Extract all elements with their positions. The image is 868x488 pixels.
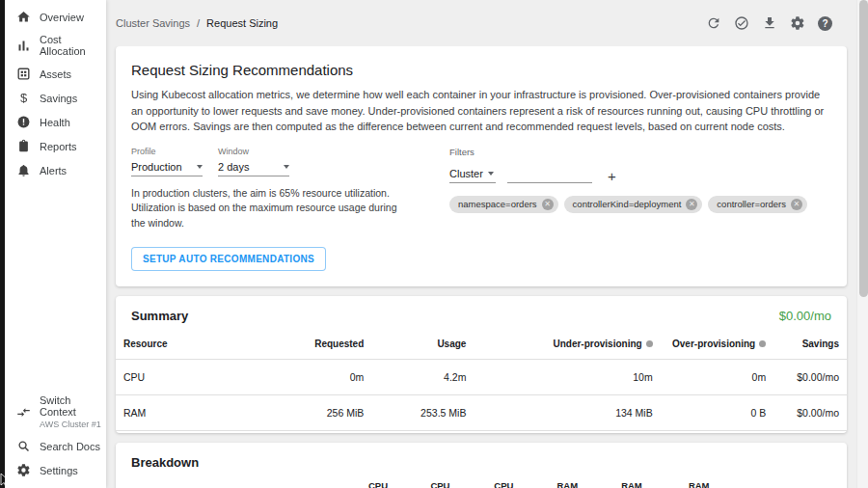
sidebar-item-label: Search Docs bbox=[40, 441, 100, 452]
sidebar-item-cost-allocation[interactable]: Cost Allocation bbox=[5, 29, 106, 62]
chevron-down-icon bbox=[197, 165, 203, 169]
clipboard-icon bbox=[16, 139, 31, 153]
filters-label: Filters bbox=[449, 147, 831, 157]
chevron-down-icon bbox=[488, 172, 494, 176]
filter-field-select[interactable]: Cluster bbox=[449, 166, 496, 183]
column-header[interactable]: RAMrequest bbox=[583, 475, 648, 488]
sidebar-item-search-docs[interactable]: Search Docs bbox=[5, 434, 106, 458]
current-context-label: AWS Cluster #1 bbox=[40, 420, 102, 429]
help-icon[interactable]: ? bbox=[817, 15, 833, 32]
column-header: Savings bbox=[773, 329, 847, 360]
column-header: Over-provisioning bbox=[661, 329, 773, 360]
download-icon[interactable] bbox=[761, 15, 777, 32]
column-header: Requested bbox=[269, 329, 371, 360]
breadcrumb-parent[interactable]: Cluster Savings bbox=[116, 17, 190, 29]
profile-helper-text: In production clusters, the aim is 65% r… bbox=[131, 186, 409, 231]
bell-icon bbox=[16, 163, 31, 177]
sidebar-item-label: Health bbox=[40, 117, 70, 128]
remove-chip-icon[interactable] bbox=[686, 199, 697, 210]
column-header[interactable]: CPUrequest bbox=[393, 475, 455, 488]
filter-value-input[interactable] bbox=[507, 166, 592, 183]
column-header-sorted[interactable]: ↓Savings bbox=[785, 475, 847, 488]
refresh-icon[interactable] bbox=[705, 15, 721, 32]
sidebar-item-label: Cost Allocation bbox=[40, 34, 102, 57]
sidebar-item-label: Reports bbox=[40, 141, 77, 152]
filters-panel: Filters Cluster + namespace=orders bbox=[449, 147, 831, 271]
request-sizing-card: Request Sizing Recommendations Using Kub… bbox=[116, 46, 847, 286]
profile-window-controls: Profile Production Window 2 days bbox=[131, 147, 449, 271]
breadcrumb: Cluster Savings / Request Sizing bbox=[116, 17, 278, 29]
column-header: Under-provisioning bbox=[474, 329, 660, 360]
remove-chip-icon[interactable] bbox=[791, 199, 802, 210]
sidebar-item-health[interactable]: Health bbox=[5, 110, 106, 134]
profile-select[interactable]: Production bbox=[131, 158, 203, 176]
gear-icon[interactable] bbox=[789, 15, 805, 32]
remove-chip-icon[interactable] bbox=[542, 199, 554, 210]
window-select[interactable]: 2 days bbox=[218, 158, 289, 176]
assets-grid-icon bbox=[16, 67, 31, 81]
column-header[interactable]: Container bbox=[116, 475, 232, 488]
bar-chart-icon bbox=[16, 39, 31, 53]
compare-arrows-icon bbox=[16, 405, 31, 420]
column-header[interactable]: Cluster bbox=[232, 475, 331, 488]
breakdown-table: Container Cluster CPUusage CPUrequest CP… bbox=[116, 475, 847, 488]
check-circle-icon[interactable] bbox=[733, 15, 749, 32]
sidebar-item-overview[interactable]: Overview bbox=[5, 5, 106, 29]
profile-label: Profile bbox=[131, 147, 203, 156]
sidebar-item-label: Settings bbox=[40, 465, 78, 476]
sidebar-footer: Switch Context AWS Cluster #1 Search Doc… bbox=[5, 390, 106, 482]
app-window: Overview Cost Allocation Assets $ Saving… bbox=[0, 0, 868, 488]
scrollbar-thumb[interactable] bbox=[859, 0, 868, 297]
sidebar-item-assets[interactable]: Assets bbox=[5, 62, 106, 86]
column-header: Resource bbox=[116, 329, 269, 360]
page-scrollbar bbox=[856, 0, 868, 488]
sidebar-item-label: Savings bbox=[40, 93, 77, 104]
topbar-actions: ? bbox=[705, 15, 833, 32]
sidebar-item-label: Alerts bbox=[40, 165, 67, 176]
column-header[interactable]: Efficiency bbox=[716, 475, 785, 488]
filter-chip: namespace=orders bbox=[449, 196, 558, 213]
summary-table: Resource Requested Usage Under-provision… bbox=[116, 329, 847, 431]
page-content: Request Sizing Recommendations Using Kub… bbox=[106, 46, 868, 488]
total-savings-value: $0.00/mo bbox=[779, 309, 831, 323]
dollar-icon: $ bbox=[16, 91, 31, 105]
add-filter-button[interactable]: + bbox=[606, 170, 618, 183]
sidebar-item-savings[interactable]: $ Savings bbox=[5, 86, 106, 110]
filter-chip: controller=orders bbox=[708, 196, 807, 213]
main-area: Cluster Savings / Request Sizing ? Reque… bbox=[106, 0, 868, 488]
breadcrumb-separator: / bbox=[197, 17, 200, 29]
breadcrumb-current: Request Sizing bbox=[206, 17, 278, 29]
window-label: Window bbox=[218, 147, 289, 156]
filter-chip: controllerKind=deployment bbox=[564, 196, 703, 213]
summary-title: Summary bbox=[131, 309, 188, 323]
topbar: Cluster Savings / Request Sizing ? bbox=[106, 0, 868, 46]
profile-field: Profile Production bbox=[131, 147, 203, 176]
column-header[interactable]: CPUrecomm'd bbox=[455, 475, 519, 488]
sidebar-item-label: Assets bbox=[40, 68, 71, 80]
breakdown-title: Breakdown bbox=[131, 455, 199, 470]
sidebar-item-switch-context[interactable]: Switch Context AWS Cluster #1 bbox=[5, 390, 106, 434]
filter-chips: namespace=orders controllerKind=deployme… bbox=[449, 196, 831, 213]
sidebar-item-settings[interactable]: Settings bbox=[5, 458, 106, 482]
window-field: Window 2 days bbox=[218, 147, 289, 176]
column-header: Usage bbox=[371, 329, 474, 360]
column-header[interactable]: RAMrecomm'd bbox=[648, 475, 716, 488]
summary-card: Summary $0.00/mo Resource Requested Usag… bbox=[116, 296, 847, 433]
info-icon[interactable] bbox=[646, 340, 653, 347]
breakdown-card: Breakdown Container Cluster CPUusage CPU… bbox=[116, 443, 847, 488]
page-title: Request Sizing Recommendations bbox=[131, 62, 831, 78]
table-row: RAM 256 MiB 253.5 MiB 134 MiB 0 B $0.00/… bbox=[116, 394, 847, 430]
column-header[interactable]: RAMusage bbox=[519, 475, 583, 488]
home-icon bbox=[16, 10, 31, 24]
column-header[interactable]: CPUusage bbox=[332, 475, 393, 488]
table-row: CPU 0m 4.2m 10m 0m $0.00/mo bbox=[116, 359, 847, 394]
sidebar-item-label: Overview bbox=[40, 12, 84, 23]
sidebar-item-label: Switch Context AWS Cluster #1 bbox=[40, 394, 102, 429]
sidebar-item-alerts[interactable]: Alerts bbox=[5, 158, 106, 182]
info-icon[interactable] bbox=[759, 340, 766, 347]
search-icon bbox=[16, 439, 31, 453]
sidebar-item-reports[interactable]: Reports bbox=[5, 134, 106, 158]
health-alert-icon bbox=[16, 115, 31, 129]
setup-auto-recommendations-button[interactable]: SETUP AUTO RECOMMENDATIONS bbox=[131, 247, 326, 271]
sidebar: Overview Cost Allocation Assets $ Saving… bbox=[5, 0, 106, 488]
